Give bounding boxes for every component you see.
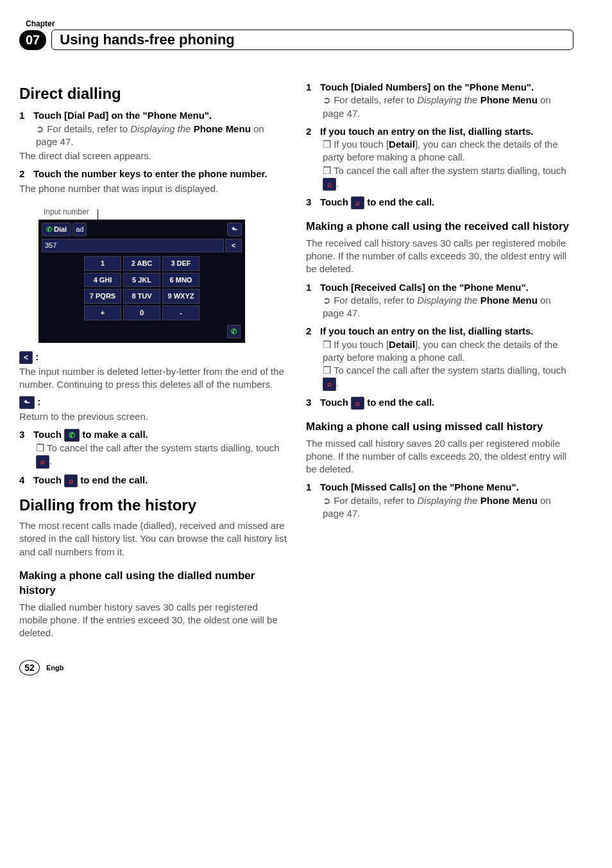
rc-step-2a: If you touch [Detail], you can check the… <box>323 338 574 365</box>
detail-bold: Detail <box>389 139 415 150</box>
r-step-1: 1Touch [Dialed Numbers] on the "Phone Me… <box>306 81 574 94</box>
mc-ref-pre: For details, refer to <box>334 495 417 506</box>
rc-step-2: 2If you touch an entry on the list, dial… <box>306 325 574 338</box>
key-5[interactable]: 5 JKL <box>123 273 160 288</box>
heading-direct-dialling: Direct dialling <box>19 83 287 104</box>
delete-button[interactable]: < <box>225 239 242 252</box>
delete-icon: < <box>19 351 33 364</box>
r-ref-it: Displaying the <box>417 94 480 105</box>
chapter-header: 07 Using hands-free phoning <box>19 30 574 50</box>
history-intro: The most recent calls made (dialled), re… <box>19 519 287 559</box>
step-1-text: Touch [Dial Pad] on the "Phone Menu". <box>33 110 212 121</box>
key-7[interactable]: 7 PQRS <box>84 289 121 304</box>
rc-step-1: 1Touch [Received Calls] on the "Phone Me… <box>306 281 574 294</box>
step-3-post: to make a call. <box>80 429 148 440</box>
r-step-2b: To cancel the call after the system star… <box>323 164 574 191</box>
dial-tab-label: Dial <box>54 225 67 234</box>
dialled-body: The dialled number history saves 30 call… <box>19 601 287 640</box>
chapter-label: Chapter <box>26 19 574 28</box>
rc-step-2-text: If you touch an entry on the list, diall… <box>320 326 534 336</box>
ref-pre: For details, refer to <box>47 123 130 134</box>
r-step-3-pre: Touch <box>320 196 351 207</box>
dial-tab[interactable]: ✆Dial <box>42 223 71 236</box>
left-column: Direct dialling 1Touch [Dial Pad] on the… <box>19 76 287 641</box>
rc-cancel-text: To cancel the call after the system star… <box>334 365 566 376</box>
r-cancel-text: To cancel the call after the system star… <box>334 165 566 176</box>
back-icon: ⬑ <box>19 396 35 409</box>
step-3-pre: Touch <box>33 429 64 440</box>
mc-step-1: 1Touch [Missed Calls] on the "Phone Menu… <box>306 481 574 494</box>
r-ref-pre: For details, refer to <box>334 94 417 105</box>
rc-step-3-post: to end the call. <box>364 397 434 408</box>
rc-step-1-text: Touch [Received Calls] on the "Phone Men… <box>320 282 529 293</box>
hangup-icon: ⌕ <box>323 178 336 191</box>
language-code: Engb <box>46 664 64 672</box>
dialpad-screenshot: ✆Dial ad ⬑ 357 < 1 2 ABC 3 DEF 4 GHI 5 J… <box>38 220 245 343</box>
rc-step-3-pre: Touch <box>320 397 351 408</box>
key-9[interactable]: 9 WXYZ <box>162 289 200 304</box>
key-8[interactable]: 8 TUV <box>123 289 160 304</box>
step-1: 1Touch [Dial Pad] on the "Phone Menu". <box>19 109 287 122</box>
hangup-icon: ⌕ <box>351 397 364 410</box>
heading-history: Dialling from the history <box>19 495 287 516</box>
call-button[interactable]: ✆ <box>227 325 241 338</box>
dial-tab-2[interactable]: ad <box>72 223 87 236</box>
rc-step-3: 3Touch ⌕ to end the call. <box>306 396 574 410</box>
back-desc: Return to the previous screen. <box>19 410 287 423</box>
r-step-3: 3Touch ⌕ to end the call. <box>306 196 574 209</box>
ref-bold: Phone Menu <box>194 123 251 134</box>
key-minus[interactable]: - <box>162 306 200 320</box>
step-4-pre: Touch <box>33 474 64 485</box>
r-step-3-post: to end the call. <box>364 196 434 207</box>
rc-ref-pre: For details, refer to <box>334 295 417 306</box>
step-1-body: The direct dial screen appears. <box>19 150 287 162</box>
delete-colon: : <box>35 351 38 362</box>
key-3[interactable]: 3 DEF <box>162 256 200 271</box>
back-colon: : <box>37 396 40 407</box>
right-column: 1Touch [Dialed Numbers] on the "Phone Me… <box>306 76 574 641</box>
mc-step-1-ref: For details, refer to Displaying the Pho… <box>323 494 574 521</box>
r-step-2: 2If you touch an entry on the list, dial… <box>306 125 574 138</box>
detail-pre: If you touch [ <box>334 139 389 150</box>
cancel-text: To cancel the call after the system star… <box>47 442 280 453</box>
rc-detail-pre: If you touch [ <box>334 339 389 350</box>
delete-desc: The input number is deleted letter-by-le… <box>19 365 287 392</box>
r-step-1-text: Touch [Dialed Numbers] on the "Phone Men… <box>320 82 534 92</box>
hangup-icon: ⌕ <box>64 474 78 487</box>
missed-body: The missed call history saves 20 calls p… <box>306 437 574 476</box>
r-step-2a: If you touch [Detail], you can check the… <box>323 138 574 164</box>
dialpad-caption: Input number <box>44 207 287 217</box>
key-plus[interactable]: + <box>84 306 121 320</box>
received-body: The received call history saves 30 calls… <box>306 237 574 276</box>
phone-icon: ✆ <box>46 225 52 234</box>
back-button[interactable]: ⬑ <box>227 223 242 236</box>
mc-ref-it: Displaying the <box>417 495 480 506</box>
key-6[interactable]: 6 MNO <box>162 273 200 288</box>
key-4[interactable]: 4 GHI <box>84 273 121 288</box>
mc-step-1-text: Touch [Missed Calls] on the "Phone Menu"… <box>320 482 519 492</box>
rc-step-1-ref: For details, refer to Displaying the Pho… <box>323 294 574 320</box>
step-2: 2Touch the number keys to enter the phon… <box>19 168 287 180</box>
key-1[interactable]: 1 <box>84 256 121 271</box>
step-1-ref: For details, refer to Displaying the Pho… <box>36 123 287 149</box>
heading-received-history: Making a phone call using the received c… <box>306 220 574 234</box>
rc-detail-bold: Detail <box>389 339 415 350</box>
page-number: 52 <box>19 660 40 675</box>
step-2-text: Touch the number keys to enter the phone… <box>33 168 268 179</box>
hangup-icon: ⌕ <box>323 378 336 390</box>
step-3: 3Touch ✆ to make a call. <box>19 428 287 442</box>
keypad: 1 2 ABC 3 DEF 4 GHI 5 JKL 6 MNO 7 PQRS 8… <box>39 256 244 320</box>
number-display: 357 <box>42 239 224 252</box>
call-icon: ✆ <box>64 429 80 442</box>
step-2-body: The phone number that was input is displ… <box>19 182 287 195</box>
step-4: 4Touch ⌕ to end the call. <box>19 474 287 487</box>
chapter-number: 07 <box>19 30 46 50</box>
rc-step-2b: To cancel the call after the system star… <box>323 364 574 390</box>
key-2[interactable]: 2 ABC <box>123 256 160 271</box>
key-0[interactable]: 0 <box>123 306 160 320</box>
mc-ref-b: Phone Menu <box>480 495 538 506</box>
step-3-cancel: To cancel the call after the system star… <box>36 442 287 468</box>
heading-missed-history: Making a phone call using missed call hi… <box>306 420 574 435</box>
heading-dialled-history: Making a phone call using the dialled nu… <box>19 569 287 598</box>
hangup-icon: ⌕ <box>36 455 49 468</box>
